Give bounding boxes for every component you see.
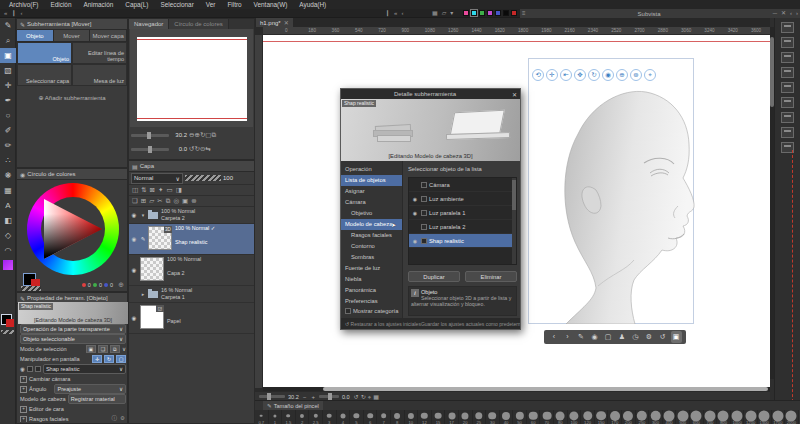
- layer-panel-tab[interactable]: Capa: [140, 163, 154, 169]
- object-lock-checkbox[interactable]: [421, 224, 427, 230]
- move-tool-icon[interactable]: ✛: [0, 78, 16, 93]
- expand-icon[interactable]: +: [20, 376, 27, 383]
- object-row[interactable]: ◉ Luz ambiente: [409, 192, 516, 206]
- expand-icon[interactable]: +: [20, 416, 27, 423]
- brush-size-chip[interactable]: 120: [581, 410, 595, 424]
- brush-size-chip[interactable]: 40: [500, 410, 514, 424]
- pencil-tool-icon[interactable]: ✏: [0, 138, 16, 153]
- rotate-object-icon[interactable]: ↻: [588, 69, 600, 81]
- nav-left-icon[interactable]: ‹: [399, 10, 405, 16]
- object-checkbox-2[interactable]: [35, 366, 41, 372]
- layer-visibility-icon[interactable]: ◉: [129, 255, 139, 285]
- swatch-blue[interactable]: [495, 10, 501, 16]
- brush-size-chip[interactable]: 2000: [785, 410, 799, 424]
- reset-pose-icon[interactable]: ↺: [657, 331, 668, 343]
- brush-size-chip[interactable]: 0.7: [255, 410, 269, 424]
- brush-size-chip[interactable]: 300: [649, 410, 663, 424]
- brush-size-chip[interactable]: 60: [527, 410, 541, 424]
- dialog-title-bar[interactable]: Detalle subherramienta ✕: [341, 89, 520, 99]
- object-lock-checkbox[interactable]: [421, 210, 427, 216]
- brush-size-chip[interactable]: 70: [540, 410, 554, 424]
- brush-size-chip[interactable]: 170: [608, 410, 622, 424]
- tab-circulo-de-colores[interactable]: Círculo de colores: [169, 19, 228, 29]
- move-object-icon[interactable]: ✥: [574, 69, 586, 81]
- subtool-item[interactable]: Seleccionar capa: [17, 64, 72, 86]
- reset-view-icon[interactable]: ⌖: [644, 69, 656, 81]
- collapsed-palette-2[interactable]: [781, 37, 794, 48]
- dialog-category-item[interactable]: Panorámica➤: [341, 285, 402, 296]
- status-rotate-slider[interactable]: [319, 395, 339, 398]
- selectable-object-select[interactable]: Objeto seleccionable∨: [20, 334, 126, 344]
- collapsed-palette-8[interactable]: [781, 127, 794, 138]
- background-color-swatch[interactable]: [6, 319, 14, 327]
- navigator-rotate-slider[interactable]: [131, 148, 169, 151]
- brush-size-chip[interactable]: 2.5: [309, 410, 323, 424]
- brush-size-chip[interactable]: 250: [636, 410, 650, 424]
- layer-mask-icon[interactable]: ◎: [173, 197, 179, 205]
- frame-tool-icon[interactable]: ▦: [0, 183, 16, 198]
- object-row[interactable]: ◉ Cámara: [409, 178, 516, 192]
- rotate-cw-icon[interactable]: ↻: [360, 394, 367, 400]
- category-checkbox[interactable]: [345, 308, 351, 314]
- panel-menu-icon[interactable]: ≡: [520, 9, 528, 18]
- decoration-tool-icon[interactable]: ❋: [0, 168, 16, 183]
- pose-icon[interactable]: ♟: [616, 331, 627, 343]
- duplicate-button[interactable]: Duplicar: [408, 271, 460, 282]
- brush-size-chip[interactable]: 600: [690, 410, 704, 424]
- board-icon[interactable]: ▦: [430, 10, 440, 16]
- menu-item[interactable]: Capa(L): [119, 0, 154, 9]
- object-checkbox-1[interactable]: [27, 366, 33, 372]
- object-select[interactable]: Shap realistic∨: [43, 364, 126, 374]
- brush-size-chip[interactable]: 1.5: [282, 410, 296, 424]
- status-zoom-slider[interactable]: [259, 395, 285, 398]
- menu-item[interactable]: Filtro: [221, 0, 247, 9]
- manipulator-rotate-icon[interactable]: ↻: [104, 355, 114, 363]
- manipulator-scale-icon[interactable]: ▢: [116, 355, 126, 363]
- layer-thumbnail[interactable]: [140, 257, 164, 281]
- brush-size-chip[interactable]: 1200: [744, 410, 758, 424]
- pan-camera-icon[interactable]: ✛: [546, 69, 558, 81]
- dialog-category-item[interactable]: Fuente de luz➤: [341, 263, 402, 274]
- reference-layer-icon[interactable]: ▭: [167, 186, 173, 194]
- brush-size-chip[interactable]: 700: [704, 410, 718, 424]
- nav-prev-icon[interactable]: ‹: [18, 10, 24, 16]
- export-icon[interactable]: ▾: [448, 10, 455, 16]
- subtool-item[interactable]: Objeto: [17, 42, 72, 64]
- brush-size-chip[interactable]: 10: [405, 410, 419, 424]
- brush-size-chip[interactable]: 15: [432, 410, 446, 424]
- layer-thumbnail-3d[interactable]: 3D: [148, 226, 172, 250]
- folder-collapse-icon[interactable]: ▸: [139, 286, 147, 302]
- collapsed-palette-1[interactable]: [781, 22, 794, 33]
- flip-horizontal-icon[interactable]: ⇆: [205, 145, 210, 152]
- subtool-item[interactable]: Editar línea de tiempo: [72, 42, 127, 64]
- brush-size-chip[interactable]: 6: [364, 410, 378, 424]
- nav-stop2-icon[interactable]: ❙: [383, 10, 392, 16]
- open-folder-icon[interactable]: ▱: [440, 10, 449, 16]
- pen-tool-icon[interactable]: ✎: [0, 18, 16, 33]
- collapsed-palette-5[interactable]: [781, 82, 794, 93]
- color-wheel-title[interactable]: Círculo de colores: [27, 171, 75, 177]
- menu-item[interactable]: Ventana(W): [248, 0, 294, 9]
- tab-navegador[interactable]: Navegador: [129, 19, 169, 29]
- register-material-button[interactable]: Registrar material: [68, 394, 126, 404]
- layer-row-folder-2[interactable]: ◉ ▾ 100 % NormalCarpeta 2: [129, 207, 254, 224]
- subtool-tab[interactable]: Mover capa: [90, 30, 127, 41]
- transparent-swatch[interactable]: [21, 286, 41, 291]
- visibility-eye-icon[interactable]: ◉: [411, 210, 419, 216]
- zoom-in-icon[interactable]: +: [310, 394, 316, 400]
- lasso-tool-icon[interactable]: ○: [0, 108, 16, 123]
- folder-expand-icon[interactable]: ▾: [139, 207, 147, 223]
- brush-size-chip[interactable]: 80: [554, 410, 568, 424]
- clip-mask-icon[interactable]: ◫: [132, 186, 138, 194]
- object-row[interactable]: ◉ Luz paralela 2: [409, 220, 516, 234]
- dialog-close-icon[interactable]: ✕: [509, 91, 520, 98]
- brush-size-chip[interactable]: 200: [622, 410, 636, 424]
- add-subtool-button[interactable]: ⊕ Añadir subherramienta: [17, 94, 127, 101]
- dialog-category-item[interactable]: Niebla➤: [341, 274, 402, 285]
- object-lock-checkbox[interactable]: [421, 182, 427, 188]
- dialog-category-item[interactable]: Preferencias➤: [341, 296, 402, 307]
- collapsed-palette-7[interactable]: [781, 112, 794, 123]
- menu-item[interactable]: Ayuda(H): [293, 0, 332, 9]
- dialog-category-item[interactable]: Modelo de cabeza➤: [341, 219, 402, 230]
- delete-button[interactable]: Eliminar: [465, 271, 517, 282]
